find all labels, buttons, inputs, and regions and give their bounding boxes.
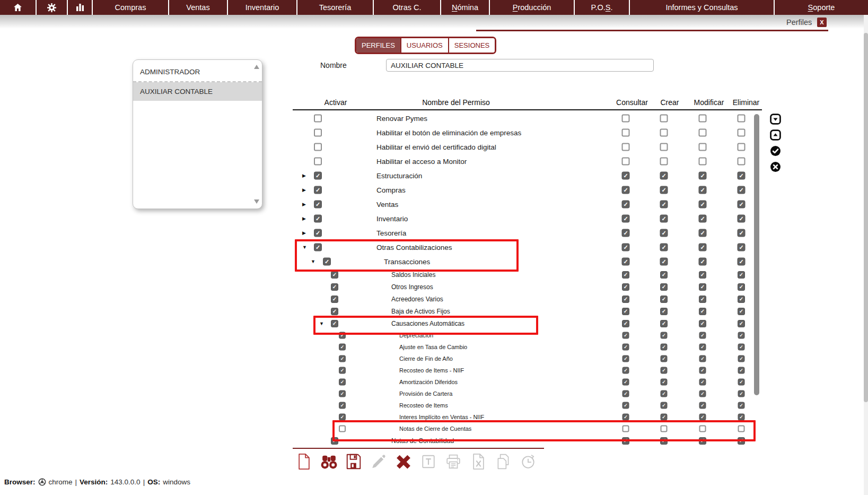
activar-checkbox[interactable]	[339, 367, 346, 374]
eliminar-checkbox[interactable]	[738, 379, 745, 386]
consultar-checkbox[interactable]	[622, 157, 630, 165]
activar-checkbox[interactable]	[314, 114, 322, 122]
consultar-checkbox[interactable]	[622, 257, 630, 265]
eliminar-checkbox[interactable]	[738, 355, 745, 362]
crear-checkbox[interactable]	[660, 128, 668, 136]
eliminar-checkbox[interactable]	[738, 320, 745, 327]
eliminar-checkbox[interactable]	[738, 296, 745, 303]
page-scrollbar-thumb[interactable]	[864, 33, 868, 402]
modificar-checkbox[interactable]	[699, 367, 706, 374]
modificar-checkbox[interactable]	[699, 320, 706, 327]
consultar-checkbox[interactable]	[622, 308, 629, 315]
consultar-checkbox[interactable]	[622, 214, 630, 222]
consultar-checkbox[interactable]	[622, 114, 630, 122]
activar-checkbox[interactable]	[339, 355, 346, 362]
eliminar-checkbox[interactable]	[738, 200, 746, 208]
eliminar-checkbox[interactable]	[738, 437, 745, 445]
tree-expander-icon[interactable]: ▼	[319, 321, 324, 326]
modificar-checkbox[interactable]	[699, 229, 707, 237]
modificar-checkbox[interactable]	[699, 200, 707, 208]
tree-expander-icon[interactable]: ▶	[302, 230, 306, 235]
modificar-checkbox[interactable]	[699, 157, 707, 165]
nav-home-button[interactable]	[0, 0, 37, 15]
tree-expander-icon[interactable]: ▶	[302, 173, 306, 178]
activar-checkbox[interactable]	[331, 320, 338, 327]
modificar-checkbox[interactable]	[699, 344, 706, 351]
crear-checkbox[interactable]	[660, 257, 668, 265]
activar-checkbox[interactable]	[314, 186, 322, 194]
activar-checkbox[interactable]	[314, 229, 322, 237]
crear-checkbox[interactable]	[660, 229, 668, 237]
eliminar-checkbox[interactable]	[738, 186, 746, 194]
consultar-checkbox[interactable]	[622, 390, 629, 397]
consultar-checkbox[interactable]	[622, 229, 630, 237]
eliminar-checkbox[interactable]	[738, 214, 746, 222]
activar-checkbox[interactable]	[314, 171, 322, 179]
crear-checkbox[interactable]	[661, 390, 668, 397]
crear-checkbox[interactable]	[661, 414, 668, 421]
modificar-checkbox[interactable]	[699, 114, 707, 122]
eliminar-checkbox[interactable]	[738, 390, 745, 397]
delete-button[interactable]	[394, 451, 413, 472]
modificar-checkbox[interactable]	[699, 308, 706, 315]
activar-checkbox[interactable]	[331, 296, 338, 303]
eliminar-checkbox[interactable]	[738, 308, 745, 315]
activar-checkbox[interactable]	[339, 344, 346, 351]
crear-checkbox[interactable]	[660, 171, 668, 179]
eliminar-checkbox[interactable]	[738, 283, 745, 291]
crear-checkbox[interactable]	[660, 296, 668, 303]
nav-item-compras[interactable]: Compras	[93, 0, 169, 15]
eliminar-checkbox[interactable]	[738, 271, 745, 279]
activar-checkbox[interactable]	[331, 308, 338, 315]
tab-usuarios[interactable]: USUARIOS	[400, 38, 448, 53]
activar-checkbox[interactable]	[331, 271, 338, 279]
tab-perfiles[interactable]: PERFILES	[356, 38, 400, 53]
crear-checkbox[interactable]	[660, 214, 668, 222]
activar-checkbox[interactable]	[339, 390, 346, 397]
consultar-checkbox[interactable]	[622, 186, 630, 194]
crear-checkbox[interactable]	[660, 283, 668, 291]
eliminar-checkbox[interactable]	[738, 332, 745, 339]
table-scrollbar-thumb[interactable]	[754, 114, 759, 395]
crear-checkbox[interactable]	[661, 402, 668, 409]
tree-expander-icon[interactable]: ▶	[302, 187, 306, 192]
modificar-checkbox[interactable]	[699, 271, 706, 279]
activar-checkbox[interactable]	[331, 437, 338, 445]
consultar-checkbox[interactable]	[622, 437, 629, 445]
crear-checkbox[interactable]	[661, 379, 668, 386]
activar-checkbox[interactable]	[314, 128, 322, 136]
name-input[interactable]	[386, 59, 654, 72]
crear-checkbox[interactable]	[660, 437, 668, 445]
activar-checkbox[interactable]	[314, 243, 322, 251]
modificar-checkbox[interactable]	[699, 414, 706, 421]
eliminar-checkbox[interactable]	[738, 157, 746, 165]
eliminar-checkbox[interactable]	[738, 243, 746, 251]
eliminar-checkbox[interactable]	[738, 114, 746, 122]
consultar-checkbox[interactable]	[622, 271, 629, 279]
profile-list-item[interactable]: AUXILIAR CONTABLE	[133, 82, 262, 101]
crear-checkbox[interactable]	[661, 367, 668, 374]
consultar-checkbox[interactable]	[622, 402, 629, 409]
nav-item-tesoreria[interactable]: Tesorería	[297, 0, 374, 15]
tree-expander-icon[interactable]: ▼	[302, 245, 307, 249]
nav-settings-button[interactable]	[37, 0, 68, 15]
crear-checkbox[interactable]	[660, 308, 668, 315]
tree-expander-icon[interactable]: ▶	[302, 216, 306, 221]
eliminar-checkbox[interactable]	[738, 128, 746, 136]
crear-checkbox[interactable]	[660, 143, 668, 151]
crear-checkbox[interactable]	[660, 243, 668, 251]
crear-checkbox[interactable]	[661, 344, 668, 351]
activar-checkbox[interactable]	[339, 332, 346, 339]
activar-checkbox[interactable]	[339, 414, 346, 421]
close-tab-button[interactable]: X	[817, 18, 827, 27]
modificar-checkbox[interactable]	[699, 143, 707, 151]
scroll-down-icon[interactable]	[254, 199, 259, 204]
nav-item-otras-c[interactable]: Otras C.	[374, 0, 441, 15]
activar-checkbox[interactable]	[331, 283, 338, 291]
consultar-checkbox[interactable]	[622, 283, 629, 291]
nav-item-informes-y-consultas[interactable]: Informes y Consultas	[630, 0, 775, 15]
eliminar-checkbox[interactable]	[738, 402, 745, 409]
crear-checkbox[interactable]	[660, 114, 668, 122]
modificar-checkbox[interactable]	[699, 355, 706, 362]
nav-item-produccion[interactable]: Producción	[490, 0, 575, 15]
